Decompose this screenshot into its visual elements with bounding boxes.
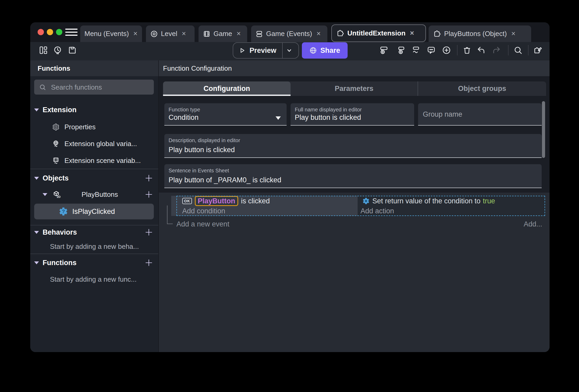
sidebar-section-functions[interactable]: Functions — [30, 257, 158, 269]
add-behavior-icon[interactable] — [145, 228, 153, 236]
action-row[interactable]: Set return value of the condition to tru… — [362, 196, 495, 206]
sidebar-item-playbuttons[interactable]: 2D PlayButtons — [30, 189, 158, 200]
sidebar-item-properties[interactable]: Properties — [30, 121, 158, 133]
section-divider — [30, 169, 158, 169]
preview-label: Preview — [250, 47, 276, 55]
collapse-caret-icon[interactable] — [34, 231, 39, 234]
search-box[interactable] — [34, 80, 154, 95]
sentence-field[interactable]: Sentence in Events Sheet Play button of … — [164, 164, 542, 188]
chevron-down-icon[interactable] — [285, 46, 294, 55]
tab-close-icon[interactable]: × — [511, 30, 515, 38]
condition-row[interactable]: OK PlayButton is clicked — [182, 196, 270, 206]
form-scrollbar-thumb[interactable] — [542, 101, 545, 158]
sidebar-section-extension[interactable]: Extension — [30, 104, 158, 116]
add-event-icon[interactable] — [379, 45, 389, 55]
sidebar-item-isplayclicked[interactable]: ? IsPlayClicked — [34, 204, 154, 219]
event-actions-cell[interactable]: Set return value of the condition to tru… — [358, 196, 546, 216]
behaviors-empty-hint[interactable]: Start by adding a new beha... — [30, 241, 158, 252]
tab-configuration[interactable]: Configuration — [163, 81, 291, 96]
function-type-select[interactable]: Function type Condition — [164, 103, 287, 126]
traffic-minimize-button[interactable] — [47, 29, 53, 35]
page-title: Function Configuration — [159, 60, 550, 76]
section-divider — [30, 225, 158, 225]
tab-close-icon[interactable]: × — [410, 29, 414, 37]
add-action-button[interactable]: Add action — [360, 206, 394, 216]
history-icon[interactable] — [53, 45, 62, 55]
play-icon — [238, 47, 246, 54]
section-label: Objects — [43, 174, 69, 182]
action-text: Set return value of the condition to — [372, 197, 480, 205]
tab-playbuttons-object[interactable]: PlayButtons (Object) × — [429, 25, 531, 42]
add-circle-icon[interactable] — [442, 45, 451, 55]
tab-close-icon[interactable]: × — [133, 30, 138, 38]
group-name-field[interactable] — [418, 103, 542, 126]
tab-close-icon[interactable]: × — [182, 30, 186, 38]
field-value: Play button of _PARAM0_ is clicked — [169, 176, 281, 184]
svg-text:2D: 2D — [57, 195, 60, 198]
add-object-icon[interactable] — [145, 174, 153, 182]
traffic-close-button[interactable] — [38, 29, 44, 35]
add-more-button[interactable]: Add... — [524, 219, 542, 229]
field-label: Full name displayed in editor — [295, 107, 362, 113]
add-subevent-icon[interactable] — [396, 45, 405, 55]
share-button[interactable]: Share — [302, 42, 348, 59]
tab-object-groups[interactable]: Object groups — [418, 81, 546, 96]
add-new-event-button[interactable]: Add a new event — [176, 219, 229, 229]
trash-icon[interactable] — [462, 45, 472, 55]
puzzle-icon — [336, 29, 344, 38]
tab-label: UntitledExtension — [347, 29, 405, 37]
event-conditions-cell[interactable]: OK PlayButton is clicked Add condition — [171, 196, 358, 216]
tab-untitled-extension[interactable]: UntitledExtension × — [331, 24, 426, 42]
collapse-caret-icon[interactable] — [34, 109, 39, 111]
add-function-icon[interactable] — [145, 190, 153, 199]
project-manager-icon[interactable] — [39, 45, 48, 55]
full-name-field[interactable]: Full name displayed in editor Play butto… — [291, 103, 414, 126]
tab-parameters[interactable]: Parameters — [291, 81, 418, 96]
tab-label: Level — [161, 30, 177, 38]
collapse-caret-icon[interactable] — [43, 193, 47, 196]
redo-icon[interactable] — [492, 45, 501, 55]
sidebar-section-behaviors[interactable]: Behaviors — [30, 226, 158, 238]
sidebar-section-objects[interactable]: Objects — [30, 172, 158, 184]
save-icon[interactable] — [68, 45, 77, 55]
dropdown-caret-icon[interactable] — [276, 116, 281, 120]
collapse-caret-icon[interactable] — [34, 177, 39, 180]
tab-close-icon[interactable]: × — [317, 30, 321, 38]
divider — [282, 43, 283, 58]
collapse-caret-icon[interactable] — [34, 261, 39, 264]
tab-close-icon[interactable]: × — [237, 30, 241, 38]
traffic-zoom-button[interactable] — [56, 29, 62, 35]
field-label: Sentence in Events Sheet — [169, 168, 229, 174]
menu-icon[interactable] — [65, 28, 78, 36]
tab-menu-events[interactable]: Menu (Events) × — [80, 25, 142, 42]
edit-extension-icon[interactable] — [533, 45, 542, 55]
item-label: PlayButtons — [82, 190, 118, 199]
sidebar-item-extension-scene-variables[interactable]: Extension scene variab... — [30, 155, 158, 166]
search-input[interactable] — [50, 80, 151, 95]
search-icon[interactable] — [513, 45, 523, 55]
events-sheet: OK PlayButton is clicked Add condition S… — [159, 193, 550, 352]
object-chip[interactable]: PlayButton — [195, 196, 238, 206]
preview-button[interactable]: Preview — [233, 42, 299, 59]
item-label: Properties — [64, 123, 96, 131]
svg-text:?: ? — [62, 209, 65, 214]
tab-game-events[interactable]: Game (Events) × — [251, 25, 327, 42]
group-name-input[interactable] — [422, 103, 535, 126]
functions-empty-hint[interactable]: Start by adding a new func... — [30, 274, 158, 285]
tab-level[interactable]: Level × — [146, 25, 195, 42]
tab-game[interactable]: Game × — [199, 25, 247, 42]
action-gear-icon — [362, 197, 370, 205]
add-condition-button[interactable]: Add condition — [182, 206, 225, 216]
events-sheet-icon — [255, 30, 263, 38]
condition-text: is clicked — [241, 197, 270, 205]
action-value[interactable]: true — [483, 197, 495, 205]
comment-icon[interactable] — [426, 45, 436, 55]
undo-icon[interactable] — [476, 45, 486, 55]
field-value: Condition — [169, 114, 199, 122]
sidebar-item-extension-global-variables[interactable]: Extension global varia... — [30, 138, 158, 149]
add-other-event-icon[interactable] — [411, 45, 420, 55]
globe-icon — [309, 47, 317, 54]
description-field[interactable]: Description, displayed in editor Play bu… — [164, 134, 542, 158]
add-free-function-icon[interactable] — [145, 259, 153, 267]
tab-label: Game — [214, 30, 232, 38]
